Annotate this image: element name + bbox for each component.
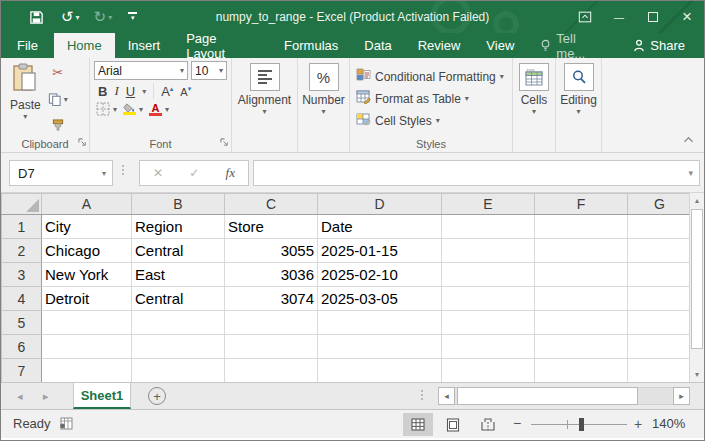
cell-B3[interactable]: East: [132, 263, 225, 287]
cell-A6[interactable]: [42, 335, 132, 359]
undo-icon[interactable]: ↺▾: [61, 8, 80, 26]
save-icon[interactable]: [19, 10, 53, 25]
scroll-down-icon[interactable]: ▾: [690, 367, 704, 382]
col-header-G[interactable]: G: [628, 194, 692, 215]
cell-E6[interactable]: [442, 335, 535, 359]
name-box-dropdown-icon[interactable]: ▾: [102, 169, 112, 178]
maximize-button[interactable]: [636, 1, 670, 33]
borders-icon[interactable]: ▾: [96, 102, 117, 116]
paste-button[interactable]: Paste ▾: [5, 61, 46, 136]
underline-dropdown-icon[interactable]: ▾: [142, 87, 146, 96]
cell-F4[interactable]: [535, 287, 628, 311]
underline-button[interactable]: U: [126, 84, 135, 99]
cell-C4[interactable]: 3074: [225, 287, 318, 311]
font-dialog-launcher-icon[interactable]: [220, 137, 229, 149]
cell-G5[interactable]: [628, 311, 692, 335]
cell-G7[interactable]: [628, 359, 692, 383]
cell-D7[interactable]: [318, 359, 442, 383]
cell-B6[interactable]: [132, 335, 225, 359]
cell-E7[interactable]: [442, 359, 535, 383]
col-header-D[interactable]: D: [318, 194, 442, 215]
copy-icon[interactable]: ▾: [48, 93, 68, 106]
italic-button[interactable]: I: [114, 83, 118, 99]
cell-E4[interactable]: [442, 287, 535, 311]
formula-input[interactable]: ▾: [253, 160, 700, 186]
share-button[interactable]: Share: [620, 33, 698, 58]
cell-B7[interactable]: [132, 359, 225, 383]
conditional-formatting-button[interactable]: Conditional Formatting ▾: [354, 66, 508, 87]
name-box[interactable]: D7 ▾: [9, 160, 113, 186]
cell-B1[interactable]: Region: [132, 215, 225, 239]
cell-D2[interactable]: 2025-01-15: [318, 239, 442, 263]
cell-G3[interactable]: [628, 263, 692, 287]
zoom-in-icon[interactable]: +: [634, 416, 642, 432]
cell-F3[interactable]: [535, 263, 628, 287]
horizontal-scroll-thumb[interactable]: [457, 387, 638, 405]
page-break-preview-button[interactable]: [473, 413, 503, 436]
format-painter-icon[interactable]: [48, 119, 68, 132]
decrease-font-size-button[interactable]: A▾: [180, 85, 191, 98]
tab-view[interactable]: View: [473, 33, 527, 58]
col-header-A[interactable]: A: [42, 194, 132, 215]
clipboard-dialog-launcher-icon[interactable]: [78, 137, 87, 149]
macro-record-icon[interactable]: [59, 417, 73, 433]
minimize-button[interactable]: —: [602, 1, 636, 33]
cells-button[interactable]: Cells ▾: [518, 61, 550, 136]
cell-B2[interactable]: Central: [132, 239, 225, 263]
formula-bar-splitter[interactable]: [122, 165, 124, 175]
col-header-E[interactable]: E: [442, 194, 535, 215]
font-name-combo[interactable]: Arial▾: [94, 61, 188, 80]
cell-F1[interactable]: [535, 215, 628, 239]
page-layout-view-button[interactable]: [438, 413, 468, 436]
cell-D1[interactable]: Date: [318, 215, 442, 239]
cell-styles-button[interactable]: Cell Styles ▾: [354, 110, 508, 131]
cell-G1[interactable]: [628, 215, 692, 239]
cell-C3[interactable]: 3036: [225, 263, 318, 287]
cell-A7[interactable]: [42, 359, 132, 383]
vertical-scrollbar[interactable]: ▴ ▾: [689, 193, 704, 382]
zoom-level[interactable]: 140%: [652, 416, 685, 431]
col-header-C[interactable]: C: [225, 194, 318, 215]
zoom-slider-thumb[interactable]: [579, 418, 584, 431]
cell-A3[interactable]: New York: [42, 263, 132, 287]
tab-page-layout[interactable]: Page Layout: [173, 33, 271, 58]
cell-E3[interactable]: [442, 263, 535, 287]
cell-C6[interactable]: [225, 335, 318, 359]
alignment-button[interactable]: Alignment ▾: [233, 61, 296, 136]
cell-D4[interactable]: 2025-03-05: [318, 287, 442, 311]
increase-font-size-button[interactable]: A▴: [161, 84, 173, 99]
row-header-7[interactable]: 7: [2, 359, 42, 383]
cell-F2[interactable]: [535, 239, 628, 263]
number-format-button[interactable]: % Number ▾: [297, 61, 350, 136]
tab-bar-splitter[interactable]: [421, 390, 423, 400]
next-sheet-icon[interactable]: ▸: [43, 383, 49, 409]
tab-file[interactable]: File: [1, 33, 54, 58]
new-sheet-button[interactable]: +: [148, 387, 166, 405]
cell-A1[interactable]: City: [42, 215, 132, 239]
cell-C5[interactable]: [225, 311, 318, 335]
scroll-left-icon[interactable]: ◂: [438, 387, 455, 405]
row-header-3[interactable]: 3: [2, 263, 42, 287]
tell-me-box[interactable]: Tell me...: [527, 33, 620, 58]
cell-D5[interactable]: [318, 311, 442, 335]
tab-home[interactable]: Home: [54, 33, 115, 58]
vertical-scroll-thumb[interactable]: [691, 209, 703, 349]
row-header-2[interactable]: 2: [2, 239, 42, 263]
previous-sheet-icon[interactable]: ◂: [17, 383, 23, 409]
redo-icon[interactable]: ↻▾: [94, 8, 113, 26]
cell-A5[interactable]: [42, 311, 132, 335]
format-as-table-button[interactable]: Format as Table ▾: [354, 88, 508, 109]
cell-C7[interactable]: [225, 359, 318, 383]
bold-button[interactable]: B: [98, 84, 107, 99]
cell-A4[interactable]: Detroit: [42, 287, 132, 311]
zoom-out-icon[interactable]: −: [513, 415, 521, 431]
ribbon-display-options-icon[interactable]: [568, 1, 602, 33]
cell-G6[interactable]: [628, 335, 692, 359]
cancel-icon[interactable]: ✕: [153, 166, 163, 180]
cell-E1[interactable]: [442, 215, 535, 239]
tab-review[interactable]: Review: [405, 33, 474, 58]
fill-color-icon[interactable]: ▾: [123, 103, 143, 115]
col-header-F[interactable]: F: [535, 194, 628, 215]
cell-F6[interactable]: [535, 335, 628, 359]
cell-B4[interactable]: Central: [132, 287, 225, 311]
